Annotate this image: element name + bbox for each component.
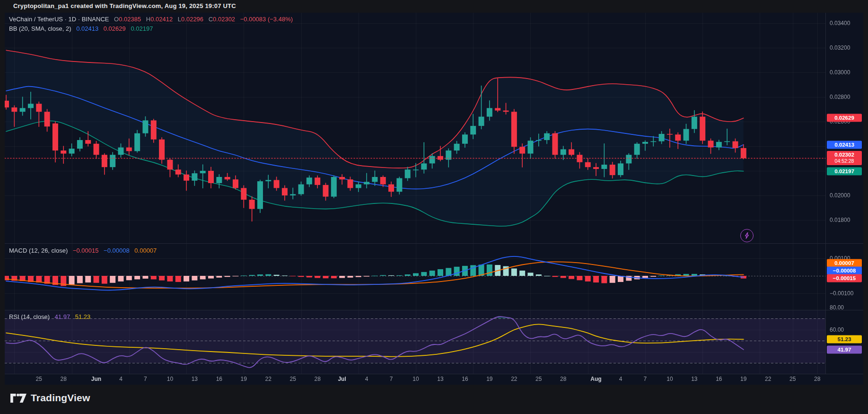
price-tick: 0.02800 [830, 94, 850, 100]
time-label[interactable]: 22 [265, 376, 272, 382]
tradingview-mark-icon [10, 393, 26, 403]
macd-legend[interactable]: MACD (12, 26, close) −0.00015 −0.00008 0… [9, 247, 157, 254]
bb-legend[interactable]: BB (20, SMA, close, 2) 0.02413 0.02629 0… [9, 25, 153, 32]
time-label[interactable]: 28 [560, 376, 566, 382]
bb-upper-value: 0.02629 [104, 25, 126, 32]
rsi-ma-value: 51.23 [75, 313, 91, 320]
macd-chip[interactable]: 0.00007 [827, 259, 862, 267]
time-label[interactable]: 19 [486, 376, 492, 382]
price-tick: 0.03200 [830, 44, 850, 51]
price-tick: 0.03400 [830, 20, 850, 26]
rsi-tick: 60.00 [830, 326, 844, 333]
countdown-timer: 04:52:28 [830, 158, 859, 164]
rsi-legend[interactable]: RSI (14, close) 41.97 51.23 [9, 313, 90, 320]
price-chip[interactable]: 0.02629 [827, 114, 862, 122]
time-label[interactable]: 4 [619, 376, 623, 382]
chart-area: VeChain / TetherUS · 1D · BINANCE O0.023… [5, 13, 863, 385]
change-value: −0.00083 (−3.48%) [240, 16, 293, 23]
left-frame-strip [0, 13, 5, 385]
chart-canvas[interactable] [5, 13, 863, 385]
price-chip[interactable]: 0.02413 [827, 141, 862, 149]
time-label[interactable]: 22 [765, 376, 771, 382]
rsi-chip[interactable]: 41.97 [827, 345, 862, 353]
time-label[interactable]: 28 [314, 376, 320, 382]
brand-name: TradingView [31, 392, 90, 404]
rsi-name[interactable]: RSI (14, close) [9, 313, 50, 320]
top-bar: Cryptopolitan_pa1 created with TradingVi… [0, 0, 868, 13]
time-label[interactable]: 7 [644, 376, 647, 382]
symbol-name[interactable]: VeChain / TetherUS · 1D · BINANCE [9, 16, 109, 23]
tradingview-window: Cryptopolitan_pa1 created with TradingVi… [0, 0, 868, 414]
price-tick: 0.03000 [830, 69, 850, 76]
time-label[interactable]: Jul [338, 376, 346, 382]
price-tick: 0.02000 [830, 192, 850, 199]
time-label[interactable]: 10 [666, 376, 673, 382]
ohlc-close: C0.02302 [209, 16, 235, 23]
time-label[interactable]: 22 [511, 376, 517, 382]
macd-name[interactable]: MACD (12, 26, close) [9, 247, 68, 254]
time-label[interactable]: 4 [365, 376, 368, 382]
rsi-chip[interactable]: 51.23 [827, 335, 862, 344]
time-label[interactable]: Aug [590, 376, 601, 382]
bb-lower-value: 0.02197 [131, 25, 153, 32]
time-label[interactable]: 25 [36, 376, 42, 382]
time-label[interactable]: 19 [241, 376, 247, 382]
time-label[interactable]: 25 [789, 376, 796, 382]
time-label[interactable]: 13 [437, 376, 443, 382]
page-title: Cryptopolitan_pa1 created with TradingVi… [13, 2, 236, 9]
macd-signal-value: 0.00007 [134, 247, 157, 254]
time-label[interactable]: 28 [61, 376, 67, 382]
time-label[interactable]: 13 [691, 376, 697, 382]
ohlc-high: H0.02412 [146, 16, 173, 23]
price-chip[interactable]: 0.0230204:52:28 [827, 151, 862, 165]
time-label[interactable]: 28 [814, 376, 820, 382]
ohlc-low: L0.02296 [178, 16, 203, 23]
time-label[interactable]: 13 [192, 376, 198, 382]
macd-hist-value: −0.00015 [73, 247, 99, 254]
rsi-value: 41.97 [55, 313, 70, 320]
time-label[interactable]: 25 [535, 376, 542, 382]
bb-name[interactable]: BB (20, SMA, close, 2) [9, 25, 71, 32]
price-tick: 0.01800 [830, 217, 850, 223]
lightning-icon [744, 232, 750, 239]
tradingview-logo[interactable]: TradingView [10, 392, 90, 404]
macd-tick: −0.00100 [830, 290, 853, 297]
time-label[interactable]: 16 [462, 376, 468, 382]
ohlc-open: O0.02385 [114, 16, 141, 23]
time-label[interactable]: 25 [290, 376, 296, 382]
price-chip[interactable]: 0.02197 [827, 167, 862, 175]
time-label[interactable]: 16 [216, 376, 222, 382]
right-frame-strip [863, 13, 868, 385]
symbol-legend[interactable]: VeChain / TetherUS · 1D · BINANCE O0.023… [9, 16, 293, 23]
time-label[interactable]: 10 [412, 376, 419, 382]
quick-trade-button[interactable] [740, 229, 754, 242]
time-label[interactable]: 7 [390, 376, 393, 382]
macd-chip[interactable]: −0.00008 [827, 267, 862, 275]
bb-basis-value: 0.02413 [76, 25, 98, 32]
time-label[interactable]: 7 [144, 376, 147, 382]
time-label[interactable]: Jun [91, 376, 101, 382]
macd-chip[interactable]: −0.00015 [827, 274, 862, 282]
time-label[interactable]: 4 [119, 376, 123, 382]
macd-line-value: −0.00008 [104, 247, 130, 254]
time-label[interactable]: 10 [167, 376, 173, 382]
bottom-bar: TradingView [0, 385, 868, 414]
time-label[interactable]: 16 [716, 376, 722, 382]
time-label[interactable]: 19 [740, 376, 746, 382]
rsi-tick: 80.00 [830, 304, 844, 311]
